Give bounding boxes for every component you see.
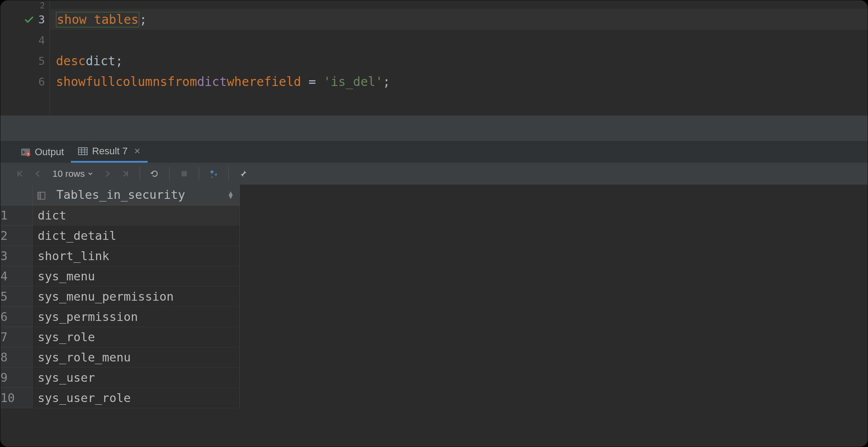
table-row[interactable]: 4sys_menu (0, 266, 239, 286)
code-line[interactable]: show tables; (50, 9, 868, 30)
toolbar-divider (228, 167, 229, 180)
table-cell[interactable]: sys_user_role (32, 387, 239, 408)
table-cell[interactable]: short_link (32, 246, 239, 266)
table-cell[interactable]: dict (32, 205, 239, 225)
next-page-button (100, 166, 115, 181)
gutter-line[interactable]: 3 (0, 9, 49, 30)
table-cell[interactable]: sys_menu_permission (32, 286, 239, 306)
table-cell[interactable]: sys_user (32, 367, 239, 387)
table-cell[interactable]: sys_role_menu (32, 347, 239, 367)
stop-button (177, 166, 192, 181)
result-grid[interactable]: Tables_in_security ▲▼ 1dict2dict_detail3… (0, 185, 868, 447)
table-icon (78, 146, 88, 156)
reload-button[interactable] (147, 166, 162, 181)
rows-count-label: 10 rows (52, 168, 85, 179)
editor-code-area[interactable]: show tables;desc dict;show full columns … (50, 1, 868, 115)
column-icon (37, 188, 53, 201)
column-header-label: Tables_in_security (56, 188, 185, 201)
table-row[interactable]: 2dict_detail (0, 225, 239, 246)
sort-icon[interactable]: ▲▼ (229, 191, 233, 198)
table-cell[interactable]: sys_permission (32, 306, 239, 327)
table-cell[interactable]: sys_role (32, 327, 239, 347)
toolbar-divider (169, 167, 170, 180)
table-row[interactable]: 8sys_role_menu (0, 347, 239, 367)
code-line[interactable]: show full columns from dict where field … (50, 71, 868, 92)
row-number[interactable]: 5 (0, 286, 32, 306)
tab-result[interactable]: Result 7 ✕ (71, 142, 148, 163)
row-number[interactable]: 6 (0, 306, 32, 327)
gutter-line[interactable]: 6 (0, 71, 49, 92)
table-row[interactable]: 1dict (0, 205, 239, 225)
result-toolbar: 10 rows (0, 163, 868, 185)
first-page-button (13, 166, 28, 181)
row-number[interactable]: 2 (0, 225, 32, 246)
chevron-down-icon (88, 171, 93, 176)
tab-result-label: Result 7 (92, 145, 128, 157)
gutter-line[interactable]: 4 (0, 30, 49, 51)
table-row[interactable]: 3short_link (0, 246, 239, 266)
pin-button[interactable] (236, 166, 251, 181)
console-icon (21, 147, 30, 157)
column-header[interactable]: Tables_in_security ▲▼ (32, 185, 239, 205)
panel-separator[interactable] (0, 115, 868, 142)
svg-rect-2 (78, 148, 87, 155)
sql-editor[interactable]: 23456 show tables;desc dict;show full co… (0, 0, 868, 115)
row-number[interactable]: 3 (0, 246, 32, 266)
table-row[interactable]: 5sys_menu_permission (0, 286, 239, 306)
check-icon (24, 15, 34, 25)
last-page-button (118, 166, 133, 181)
row-number[interactable]: 4 (0, 266, 32, 286)
table-cell[interactable]: sys_menu (32, 266, 239, 286)
add-row-button[interactable] (206, 166, 221, 181)
row-number[interactable]: 10 (0, 387, 32, 408)
table-row[interactable]: 7sys_role (0, 327, 239, 347)
row-number-header[interactable] (0, 185, 32, 205)
gutter-line[interactable]: 2 (0, 1, 49, 9)
result-tabs: Output Result 7 ✕ (0, 142, 868, 163)
ide-window: 23456 show tables;desc dict;show full co… (0, 0, 868, 447)
editor-gutter: 23456 (0, 1, 50, 115)
table-row[interactable]: 6sys_permission (0, 306, 239, 327)
svg-rect-9 (38, 192, 41, 199)
row-number[interactable]: 9 (0, 367, 32, 387)
row-number[interactable]: 8 (0, 347, 32, 367)
row-number[interactable]: 7 (0, 327, 32, 347)
code-line[interactable] (50, 1, 868, 9)
rows-count-dropdown[interactable]: 10 rows (48, 168, 97, 179)
code-line[interactable] (50, 30, 868, 51)
tab-output[interactable]: Output (14, 142, 71, 163)
row-number[interactable]: 1 (0, 205, 32, 225)
table-row[interactable]: 10sys_user_role (0, 387, 239, 408)
gutter-line[interactable]: 5 (0, 51, 49, 71)
table-row[interactable]: 9sys_user (0, 367, 239, 387)
prev-page-button (30, 166, 45, 181)
svg-rect-7 (182, 171, 187, 176)
toolbar-divider (199, 167, 199, 180)
code-line[interactable]: desc dict; (50, 51, 868, 71)
close-icon[interactable]: ✕ (134, 146, 141, 156)
toolbar-divider (140, 167, 140, 180)
tab-output-label: Output (35, 146, 64, 158)
table-cell[interactable]: dict_detail (32, 225, 239, 246)
